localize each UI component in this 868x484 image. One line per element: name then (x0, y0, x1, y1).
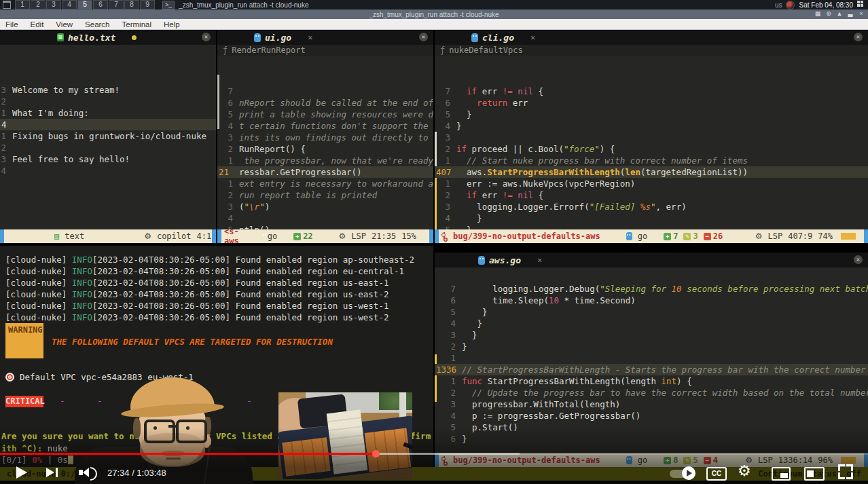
clock[interactable]: Sat Feb 04, 08:30 (799, 1, 853, 9)
list-item-8[interactable]: 8 (124, 0, 139, 10)
list-item-6[interactable]: 6 (93, 0, 108, 10)
code-line: 3 progressbar.WithTotal(length) (435, 398, 868, 410)
terminal-window-icon[interactable]: >_ (162, 1, 175, 10)
window-titlebar[interactable]: _zsh_tmux_plugin_run attach -t cloud-nuk… (0, 10, 868, 19)
tab-aws-go[interactable]: aws.go ✕ (469, 253, 549, 267)
streamer-eye (153, 426, 157, 430)
list-item-2[interactable]: 2 (31, 0, 46, 10)
next-button[interactable] (46, 468, 54, 477)
move-icon[interactable]: ⊕ (825, 10, 833, 17)
git-added-icon: + (664, 233, 671, 240)
network-tray-icon[interactable] (786, 1, 795, 10)
git-removed-icon: − (704, 233, 711, 240)
code-line: [cloud-nuke] INFO[2023-02-04T08:30:26-05… (5, 265, 433, 277)
volume-icon-wave (90, 467, 97, 481)
line-number: 1 (217, 178, 239, 189)
kbcam-plant (379, 392, 412, 410)
statusbar-cap (0, 229, 4, 243)
code-line: 3 logging.Logger.Errorf("[Failed] %s", e… (435, 201, 868, 212)
line-number: 1336 (435, 364, 462, 375)
code-line: 2 // Update the progress bar to have the… (435, 387, 868, 398)
play-button[interactable] (16, 466, 27, 479)
list-item-7[interactable]: 7 (109, 0, 124, 10)
theater-mode-button[interactable] (804, 467, 825, 481)
pane-hello-txt[interactable]: hello.txt ✕ 3Welcome to my stream!21What… (0, 30, 216, 243)
line-number: 7 (435, 86, 456, 97)
line-number: 3 (435, 201, 456, 212)
line-number: 2 (0, 96, 12, 107)
close-icon[interactable]: ✕ (419, 33, 428, 41)
line-number: 21 (217, 166, 239, 178)
code-line: 2 (0, 96, 216, 107)
code-line: 1ext entry is necessary to workaround an… (217, 178, 433, 189)
pane-ui-go[interactable]: ui.go ✕ ✕ ƒRenderRunReport 76nReport sho… (217, 30, 433, 243)
list-item-File[interactable]: File (5, 20, 18, 29)
player-settings-gear-icon[interactable]: ⚙ (738, 462, 751, 479)
line-number: 2 (0, 142, 12, 153)
list-item-Help[interactable]: Help (164, 20, 180, 29)
filetype-label: text (65, 231, 84, 241)
window-menu-icon[interactable] (3, 1, 11, 9)
function-symbol-icon: ƒ (223, 45, 228, 55)
list-item-Edit[interactable]: Edit (31, 20, 44, 29)
editor-ui-content[interactable]: 76nReport should be called at the end of… (217, 86, 433, 243)
close-window-icon[interactable]: × (857, 10, 865, 17)
code-line: 1 (435, 352, 868, 364)
taskbar-window-button[interactable]: _zsh_tmux_plugin_run attach -t cloud-nuk… (179, 1, 308, 9)
tile-icon[interactable]: ▦ (814, 10, 822, 17)
copilot-label: copilot (157, 231, 192, 241)
minimize-icon[interactable]: ▃ (846, 10, 854, 17)
keyboard-layout-indicator[interactable]: us (775, 1, 782, 9)
code-line: 6} (435, 433, 868, 445)
breadcrumb: ƒRenderRunReport (217, 45, 433, 56)
code-line: 1 // Start nuke progress bar with correc… (435, 155, 868, 166)
line-number: 1 (435, 155, 456, 166)
list-item-Search[interactable]: Search (85, 20, 109, 29)
fullscreen-button[interactable] (838, 464, 853, 479)
statusbar-hello: ▤ text ⚙ copilot 4:1 50% (0, 229, 216, 243)
captions-button[interactable]: CC (706, 467, 727, 481)
line-number: 2 (217, 189, 239, 201)
line-number: 1 (435, 375, 462, 387)
seek-bar-scrubber[interactable] (372, 450, 380, 458)
line-number: 4 (0, 119, 12, 130)
list-item-4[interactable]: 4 (62, 0, 77, 10)
gear-icon: ⚙ (755, 231, 763, 241)
tab-cli-go[interactable]: cli.go ✕ (462, 30, 542, 45)
statusbar-cli: bug/399-no-output-defaults-aws go +7 ✎3 … (435, 229, 868, 243)
editor-aws-content[interactable]: 7 logging.Logger.Debug("Sleeping for 10 … (435, 283, 868, 445)
tab-close-icon[interactable]: ✕ (308, 33, 312, 42)
tab-hello-txt[interactable]: hello.txt (48, 30, 143, 45)
list-item-View[interactable]: View (56, 20, 73, 29)
list-item-1[interactable]: 1 (15, 0, 30, 10)
close-icon[interactable]: ✕ (854, 255, 863, 264)
pane-cli-go[interactable]: cli.go ✕ ✕ ƒnukeDefaultVpcs 7 if err != … (435, 30, 868, 243)
tab-close-icon[interactable]: ✕ (530, 33, 535, 42)
terminal-log: [cloud-nuke] INFO[2023-02-04T08:30:26-05… (5, 254, 433, 323)
list-item-9[interactable]: 9 (140, 0, 155, 10)
shade-icon[interactable]: ▲ (835, 10, 844, 17)
tab-close-icon[interactable]: ✕ (537, 255, 542, 265)
window-title: _zsh_tmux_plugin_run attach -t cloud-nuk… (369, 11, 499, 18)
show-desktop-icon[interactable] (857, 1, 865, 9)
tab-ui-go[interactable]: ui.go ✕ (245, 30, 319, 45)
workspace-switcher[interactable]: 123456789 (15, 0, 156, 10)
editor-cli-content[interactable]: 7 if err != nil {6 return err5 }4}32if p… (435, 86, 868, 243)
streamer-mouth (166, 458, 181, 460)
line-number: 7 (217, 86, 239, 97)
close-icon[interactable]: ✕ (202, 33, 211, 41)
miniplayer-button[interactable] (772, 467, 791, 481)
code-line: 5print a table showing resources were de… (217, 109, 433, 120)
line-number: 2 (435, 143, 456, 155)
pane-aws-go[interactable]: aws.go ✕ ✕ 7 logging.Logger.Debug("Sleep… (435, 253, 868, 467)
code-line: [cloud-nuke] INFO[2023-02-04T08:30:26-05… (5, 254, 433, 265)
code-line: 4 } (435, 318, 868, 329)
close-icon[interactable]: ✕ (854, 33, 863, 41)
list-item-3[interactable]: 3 (46, 0, 61, 10)
tabbar-hello: hello.txt ✕ (0, 30, 216, 45)
streamer-eye (186, 426, 189, 430)
list-item-5[interactable]: 5 (77, 0, 92, 10)
editor-hello-content[interactable]: 3Welcome to my stream!21What I'm doing:4… (0, 84, 216, 176)
time-display: 27:34 / 1:03:48 (107, 468, 166, 478)
list-item-Terminal[interactable]: Terminal (122, 20, 151, 29)
